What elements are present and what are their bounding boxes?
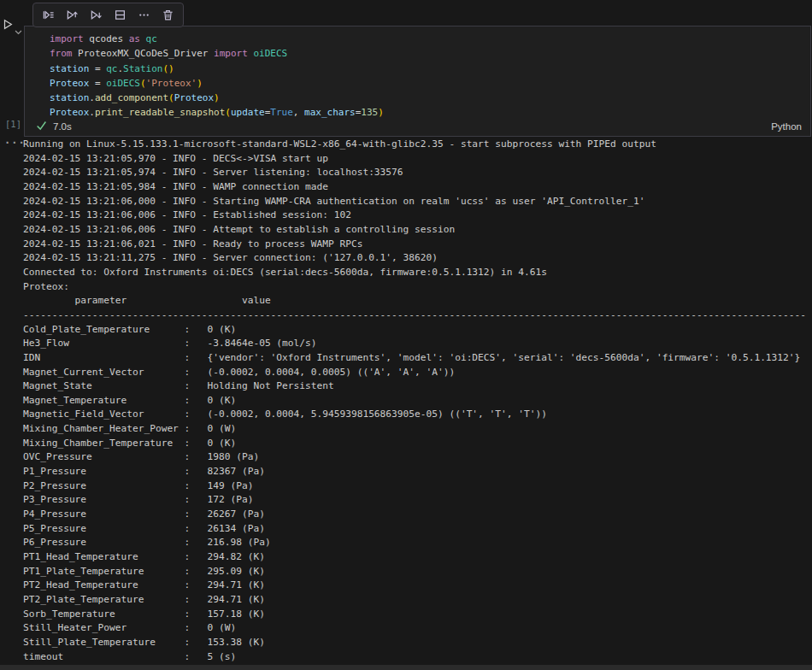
success-check-icon: [36, 120, 47, 132]
code-cell: import qcodes as qcfrom ProteoxMX_QCoDeS…: [24, 26, 811, 137]
run-by-line-icon[interactable]: [40, 7, 56, 23]
code-editor[interactable]: import qcodes as qcfrom ProteoxMX_QCoDeS…: [25, 26, 810, 118]
cell-duration: 7.0s: [53, 121, 72, 132]
execution-count: [1]: [5, 119, 21, 129]
cell-toolbar: [32, 3, 184, 27]
cell-output-text: Running on Linux-5.15.133.1-microsoft-st…: [23, 138, 806, 664]
language-picker[interactable]: Python: [771, 121, 802, 132]
output-more-actions-icon[interactable]: ···: [4, 137, 26, 149]
execute-cell-and-below-icon[interactable]: [88, 7, 104, 23]
delete-cell-icon[interactable]: [160, 7, 176, 23]
chevron-down-icon[interactable]: [15, 22, 22, 38]
cell-code: import qcodes as qcfrom ProteoxMX_QCoDeS…: [50, 32, 810, 118]
bottom-divider: [0, 665, 812, 670]
cell-status-bar: 7.0s Python: [25, 118, 810, 136]
more-actions-icon[interactable]: [136, 7, 152, 23]
split-cell-icon[interactable]: [112, 7, 128, 23]
execute-above-cells-icon[interactable]: [64, 7, 80, 23]
run-cell-icon[interactable]: [2, 18, 14, 33]
